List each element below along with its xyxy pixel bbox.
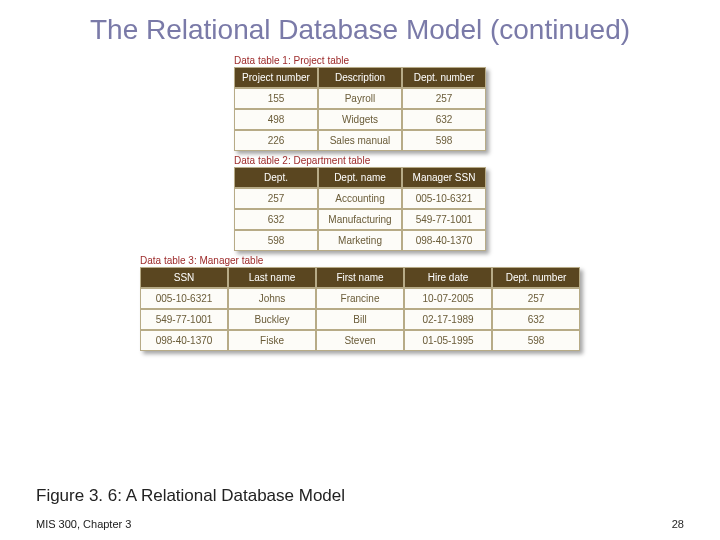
- table-row: 226 Sales manual 598: [234, 130, 486, 151]
- cell: 01-05-1995: [404, 330, 492, 351]
- col-header: SSN: [140, 267, 228, 288]
- department-table-block: Data table 2: Department table Dept. Dep…: [234, 155, 486, 251]
- cell: Widgets: [318, 109, 402, 130]
- cell: Buckley: [228, 309, 316, 330]
- table-header-row: SSN Last name First name Hire date Dept.…: [140, 267, 580, 288]
- cell: 598: [234, 230, 318, 251]
- col-header: Description: [318, 67, 402, 88]
- cell: Marketing: [318, 230, 402, 251]
- cell: 005-10-6321: [140, 288, 228, 309]
- cell: Accounting: [318, 188, 402, 209]
- cell: 498: [234, 109, 318, 130]
- cell: 549-77-1001: [140, 309, 228, 330]
- table-row: 155 Payroll 257: [234, 88, 486, 109]
- table-header-row: Project number Description Dept. number: [234, 67, 486, 88]
- col-header: Dept. number: [492, 267, 580, 288]
- manager-table-block: Data table 3: Manager table SSN Last nam…: [140, 255, 580, 351]
- manager-table-caption: Data table 3: Manager table: [140, 255, 263, 266]
- cell: Francine: [316, 288, 404, 309]
- table-row: 498 Widgets 632: [234, 109, 486, 130]
- col-header: Dept. number: [402, 67, 486, 88]
- footer-course: MIS 300, Chapter 3: [36, 518, 131, 530]
- table-row: 005-10-6321 Johns Francine 10-07-2005 25…: [140, 288, 580, 309]
- col-header: First name: [316, 267, 404, 288]
- department-table-caption: Data table 2: Department table: [234, 155, 370, 166]
- col-header: Hire date: [404, 267, 492, 288]
- cell: Sales manual: [318, 130, 402, 151]
- cell: Payroll: [318, 88, 402, 109]
- table-row: 632 Manufacturing 549-77-1001: [234, 209, 486, 230]
- col-header: Project number: [234, 67, 318, 88]
- cell: 098-40-1370: [402, 230, 486, 251]
- table-row: 549-77-1001 Buckley Bill 02-17-1989 632: [140, 309, 580, 330]
- project-table-block: Data table 1: Project table Project numb…: [234, 55, 486, 151]
- cell: 098-40-1370: [140, 330, 228, 351]
- cell: Johns: [228, 288, 316, 309]
- cell: 632: [402, 109, 486, 130]
- table-header-row: Dept. Dept. name Manager SSN: [234, 167, 486, 188]
- cell: 632: [492, 309, 580, 330]
- cell: 226: [234, 130, 318, 151]
- manager-table: SSN Last name First name Hire date Dept.…: [140, 267, 580, 351]
- cell: 632: [234, 209, 318, 230]
- cell: 257: [492, 288, 580, 309]
- cell: Bill: [316, 309, 404, 330]
- cell: 549-77-1001: [402, 209, 486, 230]
- cell: Manufacturing: [318, 209, 402, 230]
- cell: 257: [402, 88, 486, 109]
- project-table-caption: Data table 1: Project table: [234, 55, 349, 66]
- slide-title: The Relational Database Model (continued…: [0, 0, 720, 53]
- cell: Steven: [316, 330, 404, 351]
- cell: 598: [402, 130, 486, 151]
- cell: 005-10-6321: [402, 188, 486, 209]
- col-header: Dept. name: [318, 167, 402, 188]
- table-row: 098-40-1370 Fiske Steven 01-05-1995 598: [140, 330, 580, 351]
- cell: 155: [234, 88, 318, 109]
- footer-page-number: 28: [672, 518, 684, 530]
- table-row: 598 Marketing 098-40-1370: [234, 230, 486, 251]
- project-table: Project number Description Dept. number …: [234, 67, 486, 151]
- cell: 257: [234, 188, 318, 209]
- col-header: Last name: [228, 267, 316, 288]
- tables-area: Data table 1: Project table Project numb…: [0, 55, 720, 351]
- cell: 598: [492, 330, 580, 351]
- table-row: 257 Accounting 005-10-6321: [234, 188, 486, 209]
- figure-caption: Figure 3. 6: A Relational Database Model: [36, 486, 345, 506]
- col-header: Dept.: [234, 167, 318, 188]
- col-header: Manager SSN: [402, 167, 486, 188]
- cell: Fiske: [228, 330, 316, 351]
- cell: 10-07-2005: [404, 288, 492, 309]
- cell: 02-17-1989: [404, 309, 492, 330]
- department-table: Dept. Dept. name Manager SSN 257 Account…: [234, 167, 486, 251]
